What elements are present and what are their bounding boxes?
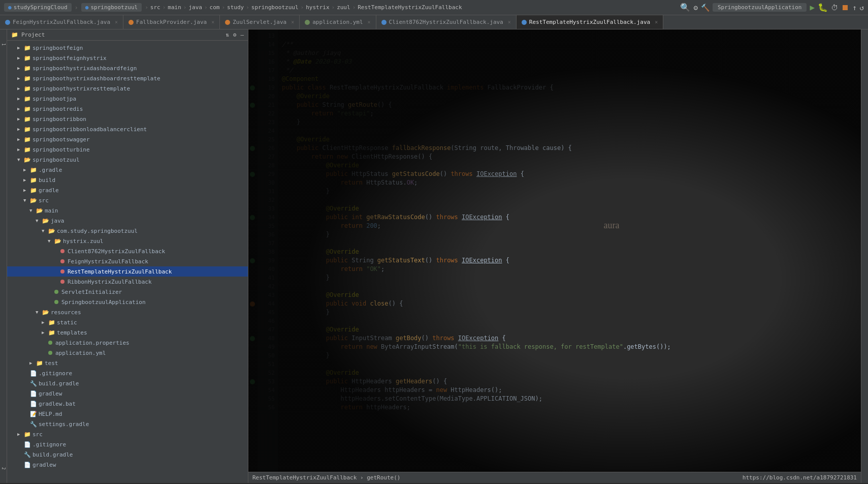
run-gutter-icon-21[interactable] <box>250 103 255 108</box>
tree-item-gradle-hidden[interactable]: ▶ 📁 .gradle <box>7 165 248 175</box>
tree-item-ribbon-lb[interactable]: ▶ 📁 springbootribbonloadbalancerclient <box>7 124 248 134</box>
settings-icon[interactable]: ⚙ <box>693 4 697 12</box>
profile-icon[interactable]: ⏱ <box>831 4 838 12</box>
tree-item-springbootzuul-app[interactable]: ▶ SpringbootzuulApplication <box>7 297 248 307</box>
code-content[interactable]: /** * @author jiayq * @Date 2020-03-03 *… <box>278 29 861 483</box>
run-gutter-icon-26[interactable] <box>250 146 255 151</box>
gutter-row-29 <box>248 170 258 178</box>
tree-item-resources[interactable]: ▼ 📂 resources <box>7 307 248 317</box>
tree-item-dashboard-rest[interactable]: ▶ 📁 springboothystrixdashboardresttempla… <box>7 73 248 83</box>
run-icon[interactable]: ▶ <box>810 3 815 12</box>
gradle-file-icon: 🔧 <box>24 451 31 458</box>
tree-label: resources <box>51 309 81 316</box>
bc-zuul: zuul <box>337 4 350 11</box>
stop-icon[interactable]: ⏹ <box>841 3 849 12</box>
tree-item-build-gradle-root[interactable]: ▶ 🔧 build.gradle <box>7 449 248 460</box>
gutter-row-19 <box>248 83 258 92</box>
tree-item-redis[interactable]: ▶ 📁 springbootredis <box>7 104 248 114</box>
tab-zuul-servlet[interactable]: ZuulServlet.java × <box>220 15 300 29</box>
project-minimize-icon[interactable]: — <box>240 32 244 38</box>
project-panel-header: 📁 Project ⇅ ⚙ — <box>7 29 248 41</box>
history-icon[interactable]: ↺ <box>860 4 864 12</box>
tab-feign-hystrix[interactable]: FeignHystrixZuulFallback.java × <box>0 15 123 29</box>
tab-client8762[interactable]: Client8762HystrixZuulFallback.java × <box>376 15 517 29</box>
project-gear-icon[interactable]: ⚙ <box>233 32 237 38</box>
java-file-icon <box>60 280 65 284</box>
tree-item-hystrix-rest[interactable]: ▶ 📁 springboothystrixresttemplate <box>7 83 248 94</box>
tree-item-com-study[interactable]: ▼ 📂 com.study.springbootzuul <box>7 226 248 236</box>
tree-item-templates[interactable]: ▶ 📁 templates <box>7 327 248 338</box>
code-editor: 1314151617 1819202122 2324252627 2829303… <box>248 29 861 483</box>
tab-rest-template-active[interactable]: RestTemplateHystrixZuulFallback.java × <box>517 15 663 29</box>
tree-label: RibbonHystrixZuulFallback <box>68 279 152 285</box>
folder-arrow-icon: ▶ <box>17 116 22 122</box>
project-tree: ▶ 📁 springbootfeign ▶ 📁 springbootfeignh… <box>7 41 248 483</box>
run-gutter-icon-53[interactable] <box>250 379 255 384</box>
gutter-row-46 <box>248 317 258 325</box>
tree-item-zuul[interactable]: ▼ 📂 springbootzuul <box>7 155 248 165</box>
project-panel: 📁 Project ⇅ ⚙ — ▶ 📁 springbootfeign ▶ 📁 … <box>7 29 248 483</box>
gutter-row-13 <box>248 32 258 40</box>
tree-item-java[interactable]: ▼ 📂 java <box>7 216 248 226</box>
tab-application-yml[interactable]: application.yml × <box>300 15 376 29</box>
run-gutter-icon-44[interactable] <box>250 301 255 307</box>
debug-icon[interactable]: 🐛 <box>818 3 828 12</box>
tree-item-src-root[interactable]: ▶ 📁 src <box>7 429 248 439</box>
tree-item-gradlew[interactable]: ▶ 📄 gradlew <box>7 388 248 399</box>
tree-item-springbootfeignhystrix[interactable]: ▶ 📁 springbootfeignhystrix <box>7 53 248 63</box>
run-gutter-icon-48[interactable] <box>250 336 255 341</box>
tree-item-gradle[interactable]: ▶ 📁 gradle <box>7 185 248 195</box>
folder-arrow-icon: ▶ <box>23 188 28 193</box>
editor-area[interactable]: 1314151617 1819202122 2324252627 2829303… <box>248 29 861 483</box>
gutter-row-43 <box>248 291 258 299</box>
project-expand-icon[interactable]: ⇅ <box>226 32 229 38</box>
tree-item-ribbon[interactable]: ▶ 📁 springbootribbon <box>7 114 248 124</box>
tree-item-feign-hystrix-file[interactable]: ▶ FeignHystrixZuulFallback <box>7 256 248 266</box>
sidebar-item-web[interactable]: 2 <box>0 456 7 481</box>
git-icon[interactable]: ↑ <box>852 4 856 12</box>
run-gutter-icon-29[interactable] <box>250 172 255 177</box>
tree-item-servlet-initializer[interactable]: ▶ ServletInitializer <box>7 287 248 297</box>
tree-item-test[interactable]: ▶ 📁 test <box>7 358 248 368</box>
tree-item-gitignore[interactable]: ▶ 📄 .gitignore <box>7 368 248 378</box>
tree-item-swagger[interactable]: ▶ 📁 springbootswagger <box>7 134 248 144</box>
tree-item-build-gradle[interactable]: ▶ 🔧 build.gradle <box>7 378 248 388</box>
tree-item-build[interactable]: ▶ 📁 build <box>7 175 248 185</box>
tree-item-dashboard-feign[interactable]: ▶ 📁 springboothystrixdashboardfeign <box>7 63 248 73</box>
project-tab[interactable]: ● studySpringCloud <box>4 3 72 12</box>
run-gutter-icon-34[interactable] <box>250 215 255 220</box>
project-name: studySpringCloud <box>14 4 68 11</box>
tree-item-src[interactable]: ▼ 📂 src <box>7 195 248 205</box>
code-line-45: } <box>282 308 857 317</box>
search-icon[interactable]: 🔍 <box>680 3 690 12</box>
tree-item-gitignore-root[interactable]: ▶ 📄 .gitignore <box>7 439 248 449</box>
run-config[interactable]: SpringbootzuulApplication <box>713 3 807 12</box>
run-gutter-icon-39[interactable] <box>250 258 255 263</box>
tree-item-springbootfeign[interactable]: ▶ 📁 springbootfeign <box>7 43 248 53</box>
tree-item-rest-template-file[interactable]: ▶ RestTemplateHystrixZuulFallback <box>7 266 248 277</box>
tree-label: FeignHystrixZuulFallback <box>68 258 148 265</box>
tree-label: templates <box>57 329 87 336</box>
tree-item-app-props[interactable]: ▶ application.properties <box>7 338 248 348</box>
tree-item-client8762[interactable]: ▶ Client8762HystrixZuulFallback <box>7 246 248 256</box>
tab-fallback-provider[interactable]: FallbackProvider.java × <box>123 15 220 29</box>
tree-item-app-yml[interactable]: ▶ application.yml <box>7 348 248 358</box>
run-gutter-icon-19[interactable] <box>250 85 255 90</box>
folder-arrow-icon: ▶ <box>42 320 47 325</box>
module-tab[interactable]: ● springbootzuul <box>81 3 142 12</box>
tree-item-static[interactable]: ▶ 📁 static <box>7 317 248 327</box>
tree-item-gradlew-root[interactable]: ▶ 📄 gradlew <box>7 460 248 470</box>
tree-item-settings-gradle[interactable]: ▶ 🔧 settings.gradle <box>7 419 248 429</box>
folder-icon: 📂 <box>48 228 55 234</box>
code-line-50: } <box>282 351 857 360</box>
tree-item-help-md[interactable]: ▶ 📝 HELP.md <box>7 409 248 419</box>
tree-item-hystrix-zuul[interactable]: ▼ 📂 hystrix.zuul <box>7 236 248 246</box>
md-file-icon: 📝 <box>30 411 37 417</box>
tree-item-jpa[interactable]: ▶ 📁 springbootjpa <box>7 94 248 104</box>
tree-item-ribbon-hystrix-file[interactable]: ▶ RibbonHystrixZuulFallback <box>7 277 248 287</box>
tree-item-gradlew-bat[interactable]: ▶ 📄 gradlew.bat <box>7 399 248 409</box>
build-icon[interactable]: 🔨 <box>701 4 710 12</box>
sidebar-item-project[interactable]: 1 <box>0 32 7 57</box>
tree-item-main[interactable]: ▼ 📂 main <box>7 205 248 216</box>
tree-item-turbine[interactable]: ▶ 📁 springbootturbine <box>7 144 248 155</box>
